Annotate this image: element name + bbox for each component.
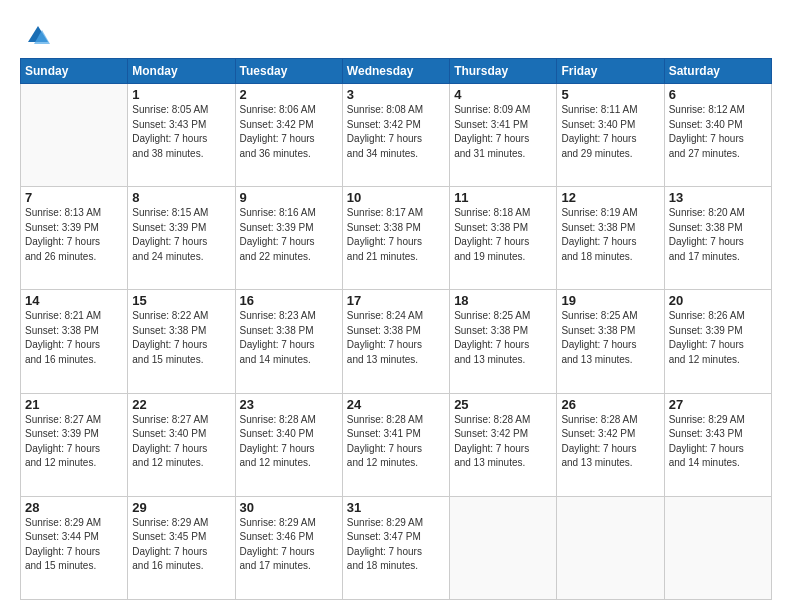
calendar-cell: 25Sunrise: 8:28 AM Sunset: 3:42 PM Dayli… xyxy=(450,393,557,496)
calendar-cell: 29Sunrise: 8:29 AM Sunset: 3:45 PM Dayli… xyxy=(128,496,235,599)
calendar-cell: 10Sunrise: 8:17 AM Sunset: 3:38 PM Dayli… xyxy=(342,187,449,290)
day-info: Sunrise: 8:05 AM Sunset: 3:43 PM Dayligh… xyxy=(132,103,230,161)
weekday-header-monday: Monday xyxy=(128,59,235,84)
day-number: 21 xyxy=(25,397,123,412)
day-number: 25 xyxy=(454,397,552,412)
day-number: 31 xyxy=(347,500,445,515)
calendar-cell: 12Sunrise: 8:19 AM Sunset: 3:38 PM Dayli… xyxy=(557,187,664,290)
weekday-header-tuesday: Tuesday xyxy=(235,59,342,84)
calendar-cell: 28Sunrise: 8:29 AM Sunset: 3:44 PM Dayli… xyxy=(21,496,128,599)
day-number: 30 xyxy=(240,500,338,515)
calendar-week-row: 28Sunrise: 8:29 AM Sunset: 3:44 PM Dayli… xyxy=(21,496,772,599)
weekday-header-row: SundayMondayTuesdayWednesdayThursdayFrid… xyxy=(21,59,772,84)
day-info: Sunrise: 8:21 AM Sunset: 3:38 PM Dayligh… xyxy=(25,309,123,367)
day-number: 12 xyxy=(561,190,659,205)
calendar-table: SundayMondayTuesdayWednesdayThursdayFrid… xyxy=(20,58,772,600)
day-number: 3 xyxy=(347,87,445,102)
day-number: 1 xyxy=(132,87,230,102)
day-number: 14 xyxy=(25,293,123,308)
calendar-cell: 23Sunrise: 8:28 AM Sunset: 3:40 PM Dayli… xyxy=(235,393,342,496)
calendar-cell xyxy=(664,496,771,599)
calendar-week-row: 7Sunrise: 8:13 AM Sunset: 3:39 PM Daylig… xyxy=(21,187,772,290)
calendar-cell: 14Sunrise: 8:21 AM Sunset: 3:38 PM Dayli… xyxy=(21,290,128,393)
day-number: 20 xyxy=(669,293,767,308)
day-info: Sunrise: 8:12 AM Sunset: 3:40 PM Dayligh… xyxy=(669,103,767,161)
day-number: 2 xyxy=(240,87,338,102)
calendar-week-row: 1Sunrise: 8:05 AM Sunset: 3:43 PM Daylig… xyxy=(21,84,772,187)
day-number: 18 xyxy=(454,293,552,308)
day-info: Sunrise: 8:28 AM Sunset: 3:40 PM Dayligh… xyxy=(240,413,338,471)
weekday-header-wednesday: Wednesday xyxy=(342,59,449,84)
calendar-cell: 7Sunrise: 8:13 AM Sunset: 3:39 PM Daylig… xyxy=(21,187,128,290)
day-info: Sunrise: 8:06 AM Sunset: 3:42 PM Dayligh… xyxy=(240,103,338,161)
calendar-cell: 27Sunrise: 8:29 AM Sunset: 3:43 PM Dayli… xyxy=(664,393,771,496)
calendar-cell: 6Sunrise: 8:12 AM Sunset: 3:40 PM Daylig… xyxy=(664,84,771,187)
calendar-cell: 1Sunrise: 8:05 AM Sunset: 3:43 PM Daylig… xyxy=(128,84,235,187)
day-number: 19 xyxy=(561,293,659,308)
day-number: 4 xyxy=(454,87,552,102)
day-number: 24 xyxy=(347,397,445,412)
day-info: Sunrise: 8:24 AM Sunset: 3:38 PM Dayligh… xyxy=(347,309,445,367)
calendar-cell: 13Sunrise: 8:20 AM Sunset: 3:38 PM Dayli… xyxy=(664,187,771,290)
day-info: Sunrise: 8:29 AM Sunset: 3:46 PM Dayligh… xyxy=(240,516,338,574)
calendar-cell: 22Sunrise: 8:27 AM Sunset: 3:40 PM Dayli… xyxy=(128,393,235,496)
day-info: Sunrise: 8:25 AM Sunset: 3:38 PM Dayligh… xyxy=(454,309,552,367)
day-info: Sunrise: 8:29 AM Sunset: 3:44 PM Dayligh… xyxy=(25,516,123,574)
day-info: Sunrise: 8:23 AM Sunset: 3:38 PM Dayligh… xyxy=(240,309,338,367)
day-number: 11 xyxy=(454,190,552,205)
calendar-cell: 18Sunrise: 8:25 AM Sunset: 3:38 PM Dayli… xyxy=(450,290,557,393)
weekday-header-saturday: Saturday xyxy=(664,59,771,84)
calendar-cell: 8Sunrise: 8:15 AM Sunset: 3:39 PM Daylig… xyxy=(128,187,235,290)
day-number: 15 xyxy=(132,293,230,308)
calendar-cell: 31Sunrise: 8:29 AM Sunset: 3:47 PM Dayli… xyxy=(342,496,449,599)
calendar-cell: 2Sunrise: 8:06 AM Sunset: 3:42 PM Daylig… xyxy=(235,84,342,187)
day-info: Sunrise: 8:28 AM Sunset: 3:42 PM Dayligh… xyxy=(454,413,552,471)
calendar-cell: 3Sunrise: 8:08 AM Sunset: 3:42 PM Daylig… xyxy=(342,84,449,187)
day-info: Sunrise: 8:13 AM Sunset: 3:39 PM Dayligh… xyxy=(25,206,123,264)
day-info: Sunrise: 8:28 AM Sunset: 3:41 PM Dayligh… xyxy=(347,413,445,471)
day-info: Sunrise: 8:22 AM Sunset: 3:38 PM Dayligh… xyxy=(132,309,230,367)
calendar-cell: 17Sunrise: 8:24 AM Sunset: 3:38 PM Dayli… xyxy=(342,290,449,393)
day-number: 6 xyxy=(669,87,767,102)
day-number: 7 xyxy=(25,190,123,205)
calendar-week-row: 21Sunrise: 8:27 AM Sunset: 3:39 PM Dayli… xyxy=(21,393,772,496)
day-number: 22 xyxy=(132,397,230,412)
day-info: Sunrise: 8:18 AM Sunset: 3:38 PM Dayligh… xyxy=(454,206,552,264)
day-number: 29 xyxy=(132,500,230,515)
day-info: Sunrise: 8:17 AM Sunset: 3:38 PM Dayligh… xyxy=(347,206,445,264)
calendar-cell: 26Sunrise: 8:28 AM Sunset: 3:42 PM Dayli… xyxy=(557,393,664,496)
calendar-cell: 24Sunrise: 8:28 AM Sunset: 3:41 PM Dayli… xyxy=(342,393,449,496)
day-info: Sunrise: 8:15 AM Sunset: 3:39 PM Dayligh… xyxy=(132,206,230,264)
calendar-cell xyxy=(557,496,664,599)
calendar-cell: 30Sunrise: 8:29 AM Sunset: 3:46 PM Dayli… xyxy=(235,496,342,599)
day-info: Sunrise: 8:08 AM Sunset: 3:42 PM Dayligh… xyxy=(347,103,445,161)
header xyxy=(20,18,772,50)
day-info: Sunrise: 8:29 AM Sunset: 3:47 PM Dayligh… xyxy=(347,516,445,574)
calendar-cell: 21Sunrise: 8:27 AM Sunset: 3:39 PM Dayli… xyxy=(21,393,128,496)
day-info: Sunrise: 8:09 AM Sunset: 3:41 PM Dayligh… xyxy=(454,103,552,161)
calendar-cell: 5Sunrise: 8:11 AM Sunset: 3:40 PM Daylig… xyxy=(557,84,664,187)
day-number: 16 xyxy=(240,293,338,308)
weekday-header-friday: Friday xyxy=(557,59,664,84)
calendar-cell: 16Sunrise: 8:23 AM Sunset: 3:38 PM Dayli… xyxy=(235,290,342,393)
day-info: Sunrise: 8:25 AM Sunset: 3:38 PM Dayligh… xyxy=(561,309,659,367)
calendar-cell xyxy=(450,496,557,599)
logo xyxy=(20,22,52,50)
day-info: Sunrise: 8:27 AM Sunset: 3:39 PM Dayligh… xyxy=(25,413,123,471)
day-number: 9 xyxy=(240,190,338,205)
day-number: 8 xyxy=(132,190,230,205)
day-number: 26 xyxy=(561,397,659,412)
calendar-cell: 11Sunrise: 8:18 AM Sunset: 3:38 PM Dayli… xyxy=(450,187,557,290)
day-number: 10 xyxy=(347,190,445,205)
calendar-cell: 19Sunrise: 8:25 AM Sunset: 3:38 PM Dayli… xyxy=(557,290,664,393)
page: SundayMondayTuesdayWednesdayThursdayFrid… xyxy=(0,0,792,612)
calendar-cell xyxy=(21,84,128,187)
day-info: Sunrise: 8:20 AM Sunset: 3:38 PM Dayligh… xyxy=(669,206,767,264)
day-info: Sunrise: 8:11 AM Sunset: 3:40 PM Dayligh… xyxy=(561,103,659,161)
day-info: Sunrise: 8:16 AM Sunset: 3:39 PM Dayligh… xyxy=(240,206,338,264)
day-number: 17 xyxy=(347,293,445,308)
calendar-cell: 4Sunrise: 8:09 AM Sunset: 3:41 PM Daylig… xyxy=(450,84,557,187)
calendar-cell: 20Sunrise: 8:26 AM Sunset: 3:39 PM Dayli… xyxy=(664,290,771,393)
day-info: Sunrise: 8:29 AM Sunset: 3:43 PM Dayligh… xyxy=(669,413,767,471)
calendar-cell: 15Sunrise: 8:22 AM Sunset: 3:38 PM Dayli… xyxy=(128,290,235,393)
